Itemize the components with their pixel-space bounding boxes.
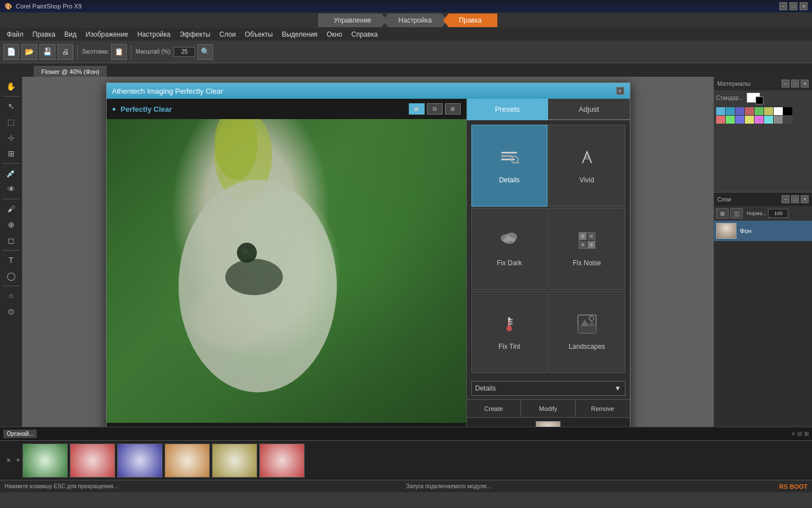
color-swatch[interactable] [716,116,725,124]
modify-preset-button[interactable]: Modify [521,400,576,417]
nav-edit[interactable]: Правка [443,14,498,27]
color-swatch[interactable] [764,107,773,115]
paint-tool[interactable]: 🖌 [3,202,19,216]
tab-flower[interactable]: Flower @ 40% (Фон) [34,66,107,77]
straighten-tool[interactable]: ⊞ [3,146,19,161]
preset-fix-dark[interactable]: Fix Dark [471,208,548,290]
color-swatch[interactable] [783,107,792,115]
color-swatch[interactable] [735,116,744,124]
color-mode-bar: Стандар... [716,93,810,103]
menu-image[interactable]: Изображение [81,29,133,40]
maximize-button[interactable]: □ [789,2,797,10]
clone-tool[interactable]: ⊕ [3,217,19,232]
new-button[interactable]: 📄 [3,44,19,60]
save-button[interactable]: 💾 [39,44,55,60]
print-button[interactable]: 🖨 [58,44,73,60]
freehand-tool[interactable]: ⬚ [3,115,19,129]
preset-details[interactable]: Details [471,125,548,207]
standard-label: Стандар... [716,95,743,101]
view-double-btn[interactable]: ⊞ [445,103,461,115]
erase-tool[interactable]: ◻ [3,233,19,248]
color-swatch[interactable] [754,107,764,115]
menu-objects[interactable]: Объекты [240,29,277,40]
color-swatch[interactable] [726,116,735,124]
title-bar-controls[interactable]: ─ □ ✕ [779,2,807,10]
preset-fix-noise[interactable]: Fix Noise [549,208,625,290]
color-swatch[interactable] [716,107,725,115]
color-swatch[interactable] [745,107,754,115]
text-tool[interactable]: T [3,253,19,268]
menu-window[interactable]: Окно [322,29,347,40]
preview-panel: ● Perfectly Clear ▣ ⊟ ⊞ [107,99,466,427]
menu-file[interactable]: Файл [2,29,28,40]
landscapes-icon [577,314,597,338]
preset-thumb-1[interactable] [536,421,561,427]
zoom-input[interactable] [174,47,195,57]
preview-image[interactable] [107,119,466,423]
film-thumb-6[interactable] [259,444,304,478]
panel-minimize-btn[interactable]: ─ [782,80,789,87]
menu-edit[interactable]: Правка [28,29,60,40]
layers-panel-minimize[interactable]: ─ [782,195,789,203]
minimize-button[interactable]: ─ [779,2,787,10]
film-thumb-4[interactable] [165,444,210,478]
film-thumb-2[interactable] [70,444,115,478]
color-swatch[interactable] [754,116,764,124]
tab-adjust[interactable]: Adjust [548,99,630,120]
nav-settings[interactable]: Настройка [383,14,448,27]
menu-help[interactable]: Справка [347,29,382,40]
preset-btn[interactable]: 📋 [111,44,127,60]
blur-tool[interactable]: ⊙ [3,304,19,319]
view-split-btn[interactable]: ⊟ [427,103,443,115]
background-color-swatch[interactable] [756,97,764,104]
view-tool[interactable]: 👁 [3,182,19,196]
open-button[interactable]: 📂 [21,44,37,60]
color-swatch[interactable] [745,116,754,124]
color-swatch[interactable] [764,116,773,124]
presets-dropdown[interactable]: Details ▼ [471,381,625,396]
film-thumb-1[interactable] [23,444,68,478]
filmstrip-tab-organizer[interactable]: Органай... [3,430,37,438]
layer-item-fon[interactable]: Фон [714,221,812,241]
shape-tool[interactable]: ◯ [3,269,19,283]
svg-line-11 [517,162,519,164]
eyedropper-tool[interactable]: 💉 [3,166,19,181]
color-swatch[interactable] [726,107,735,115]
menu-layers[interactable]: Слои [215,29,240,40]
color-swatch[interactable] [735,107,744,115]
menu-settings[interactable]: Настройка [133,29,175,40]
dodge-tool[interactable]: ○ [3,288,19,303]
view-single-btn[interactable]: ▣ [409,103,425,115]
menu-selections[interactable]: Выделения [277,29,322,40]
panel-float-btn[interactable]: □ [791,80,799,87]
layer-toolbar-btn-1[interactable]: ⊞ [716,208,729,218]
menu-view[interactable]: Вид [60,29,81,40]
film-thumb-3[interactable] [117,444,162,478]
tab-presets[interactable]: Presets [467,99,549,120]
pan-tool[interactable]: ✋ [3,79,19,94]
film-thumb-img-6 [260,444,304,477]
create-preset-button[interactable]: Create [467,400,522,417]
layers-panel-float[interactable]: □ [791,195,799,203]
nav-manage[interactable]: Управление [318,14,387,27]
remove-preset-button[interactable]: Remove [576,400,630,417]
filmstrip-close-btn[interactable]: ✕ [3,444,14,478]
layers-panel-close[interactable]: ✕ [801,195,809,203]
menu-effects[interactable]: Эффекты [175,29,215,40]
preset-landscapes[interactable]: Landscapes [549,291,625,373]
dialog-close-button[interactable]: ✕ [616,87,624,95]
layer-toolbar-btn-2[interactable]: ◫ [730,208,743,218]
color-swatch[interactable] [783,116,792,124]
select-tool[interactable]: ↖ [3,99,19,113]
preset-vivid[interactable]: Vivid [549,125,625,207]
film-thumb-5[interactable] [212,444,257,478]
crop-tool[interactable]: ⊹ [3,130,19,145]
color-swatch[interactable] [774,116,783,124]
preset-fix-tint[interactable]: Fix Tint [471,291,548,373]
color-swatch[interactable] [774,107,783,115]
opacity-input[interactable] [768,209,788,218]
zoom-out-btn[interactable]: 🔍 [197,44,213,60]
fix-dark-icon [499,230,519,255]
panel-close-btn[interactable]: ✕ [801,80,809,87]
close-button[interactable]: ✕ [800,2,807,10]
